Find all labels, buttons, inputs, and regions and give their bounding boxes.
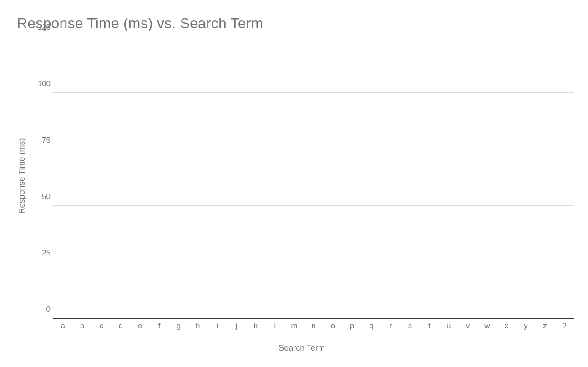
gridline — [53, 92, 574, 93]
x-tick: f — [150, 321, 169, 331]
gridline — [53, 149, 574, 149]
chart-body: Response Time (ms) 0255075100125 abcdefg… — [14, 36, 574, 357]
x-tick: e — [131, 321, 150, 331]
y-tick: 75 — [42, 136, 51, 145]
bars-container — [53, 36, 574, 319]
x-tick: r — [381, 321, 400, 331]
x-tick: a — [53, 321, 72, 331]
x-tick: d — [111, 321, 130, 331]
x-tick: v — [458, 321, 477, 331]
x-tick: q — [362, 321, 381, 331]
x-tick: p — [343, 321, 362, 331]
x-tick: j — [227, 321, 246, 331]
plot-area — [53, 36, 574, 319]
y-axis-label: Response Time (ms) — [17, 138, 27, 214]
y-axis-ticks: 0255075100125 — [30, 36, 53, 319]
chart-card: Response Time (ms) vs. Search Term Respo… — [3, 3, 585, 364]
y-tick: 25 — [42, 249, 51, 258]
x-axis-label: Search Term — [30, 343, 574, 353]
x-tick: k — [246, 321, 265, 331]
x-axis-ticks: abcdefghijklmnopqrstuvwxyz? — [53, 319, 574, 335]
y-tick: 125 — [38, 23, 51, 32]
gridline — [53, 36, 574, 36]
x-tick: i — [208, 321, 227, 331]
x-tick: o — [323, 321, 342, 331]
gridline — [53, 205, 574, 206]
x-tick: m — [285, 321, 304, 331]
x-tick: g — [169, 321, 188, 331]
x-tick: u — [439, 321, 458, 331]
x-tick: n — [304, 321, 323, 331]
gridline — [53, 262, 574, 262]
x-tick: c — [92, 321, 111, 331]
x-axis-line — [53, 318, 574, 319]
x-tick: b — [72, 321, 91, 331]
x-tick: z — [535, 321, 554, 331]
x-tick: x — [497, 321, 516, 331]
x-tick: l — [265, 321, 284, 331]
chart-title: Response Time (ms) vs. Search Term — [17, 15, 574, 32]
x-tick: h — [188, 321, 208, 331]
x-tick: ? — [555, 321, 574, 331]
x-tick: w — [477, 321, 497, 331]
x-tick: s — [400, 321, 420, 331]
x-tick: y — [516, 321, 535, 331]
y-tick: 100 — [38, 79, 51, 88]
y-tick: 50 — [42, 192, 51, 201]
x-tick: t — [420, 321, 439, 331]
y-tick: 0 — [46, 305, 51, 314]
